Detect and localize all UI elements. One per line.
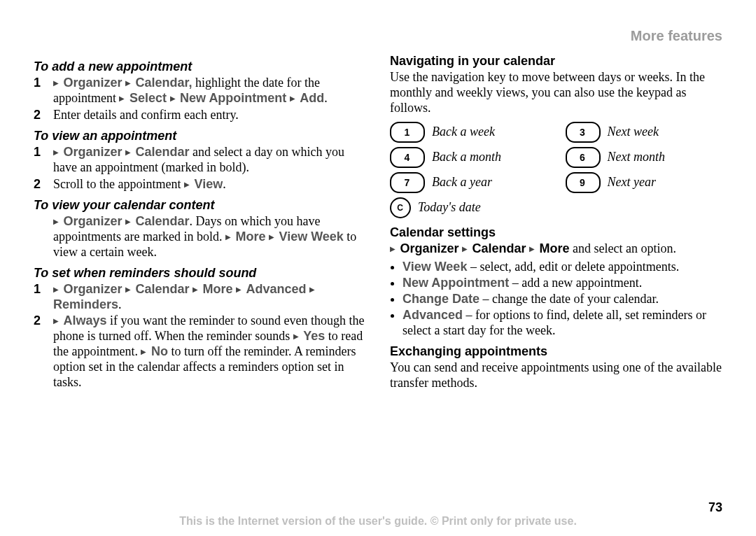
- step: Scroll to the appointment View.: [53, 177, 366, 192]
- keycap-icon: 7: [390, 172, 425, 193]
- menu-arrow-icon: [53, 214, 60, 228]
- menu-arrow-icon: [119, 91, 126, 105]
- menu-item: More: [540, 241, 570, 255]
- menu-arrow-icon: [125, 145, 132, 159]
- menu-arrow-icon: [125, 282, 132, 296]
- heading-add-appointment: To add a new appointment: [34, 59, 366, 74]
- paragraph-settings-lead: Organizer Calendar More and select an op…: [390, 241, 722, 257]
- settings-option: Change Date – change the date of your ca…: [402, 292, 722, 307]
- menu-item: Yes: [303, 329, 325, 343]
- menu-arrow-icon: [390, 241, 397, 255]
- heading-reminders: To set when reminders should sound: [34, 266, 366, 281]
- menu-arrow-icon: [290, 91, 297, 105]
- settings-option-list: View Week – select, add, edit or delete …: [390, 260, 722, 339]
- paragraph-navigation: Use the navigation key to move between d…: [390, 70, 722, 116]
- menu-arrow-icon: [462, 241, 469, 255]
- menu-item: Organizer: [64, 145, 122, 159]
- keypad-shortcut-label: Back a week: [432, 125, 495, 139]
- settings-option-desc: – change the date of your calendar.: [479, 292, 659, 306]
- body-text: Scroll to the appointment: [53, 177, 184, 191]
- keycap-icon: 3: [566, 122, 601, 143]
- menu-arrow-icon: [53, 76, 60, 90]
- menu-arrow-icon: [309, 282, 316, 296]
- settings-option-term: Advanced: [402, 308, 463, 322]
- menu-item: Calendar: [136, 145, 190, 159]
- settings-option: Advanced – for options to find, delete a…: [402, 308, 722, 339]
- keypad-shortcut-label: Back a year: [432, 175, 492, 190]
- menu-arrow-icon: [184, 177, 191, 191]
- menu-item: Select: [130, 91, 167, 105]
- heading-navigating-calendar: Navigating in your calendar: [390, 54, 722, 69]
- body-text: .: [324, 91, 328, 105]
- steps-view-appointment: Organizer Calendar and select a day on w…: [34, 145, 366, 192]
- settings-option: New Appointment – add a new appointment.: [402, 276, 722, 291]
- two-column-body: To add a new appointment Organizer Calen…: [34, 54, 722, 498]
- menu-arrow-icon: [269, 230, 276, 244]
- menu-arrow-icon: [53, 313, 60, 327]
- keypad-shortcut: 1Back a week: [390, 122, 547, 143]
- keypad-shortcut: 3Next week: [566, 122, 723, 143]
- menu-item: More: [203, 282, 233, 296]
- heading-view-calendar-content: To view your calendar content: [34, 198, 366, 213]
- running-head: More features: [34, 28, 722, 44]
- keypad-shortcut: 6Next month: [566, 147, 723, 168]
- menu-item: More: [235, 230, 265, 244]
- keycap-icon: 1: [390, 122, 425, 143]
- footer-disclaimer: This is the Internet version of the user…: [34, 515, 722, 528]
- keypad-shortcut: CToday's date: [390, 197, 547, 218]
- settings-option-term: View Week: [402, 260, 467, 274]
- menu-item: New Appointment: [180, 91, 286, 105]
- settings-option-desc: – add a new appointment.: [509, 276, 642, 290]
- keypad-shortcut-label: Back a month: [432, 150, 501, 164]
- menu-arrow-icon: [125, 76, 132, 90]
- menu-item: Reminders: [53, 297, 118, 311]
- menu-arrow-icon: [125, 214, 132, 228]
- paragraph-calendar-content: Organizer Calendar. Days on which you ha…: [53, 214, 366, 260]
- right-column: Navigating in your calendar Use the navi…: [390, 54, 722, 498]
- menu-item: Organizer: [400, 241, 459, 255]
- menu-arrow-icon: [141, 344, 148, 358]
- keypad-shortcut-label: Today's date: [418, 200, 481, 215]
- menu-arrow-icon: [53, 145, 60, 159]
- menu-item: Organizer: [64, 76, 122, 90]
- steps-reminders: Organizer Calendar More Advanced Reminde…: [34, 282, 366, 391]
- menu-arrow-icon: [293, 329, 300, 343]
- menu-item: Organizer: [64, 214, 122, 228]
- step: Organizer Calendar More Advanced Reminde…: [53, 282, 366, 313]
- menu-item: Always: [64, 313, 107, 327]
- keypad-shortcut: 9Next year: [566, 172, 723, 193]
- menu-arrow-icon: [192, 282, 200, 296]
- keycap-icon: C: [390, 197, 411, 218]
- step: Organizer Calendar, highlight the date f…: [53, 76, 366, 106]
- page-number: 73: [34, 500, 722, 515]
- keycap-icon: 4: [390, 147, 425, 168]
- keycap-icon: 9: [566, 172, 601, 193]
- keypad-shortcut-label: Next year: [608, 175, 656, 190]
- body-text: and select an option.: [570, 241, 676, 255]
- step: Organizer Calendar and select a day on w…: [53, 145, 366, 176]
- heading-calendar-settings: Calendar settings: [390, 225, 722, 240]
- body-text: .: [223, 177, 226, 191]
- keypad-shortcut-label: Next month: [608, 150, 666, 164]
- keycap-icon: 6: [566, 147, 601, 168]
- left-column: To add a new appointment Organizer Calen…: [34, 54, 366, 498]
- settings-option-term: Change Date: [402, 292, 479, 306]
- steps-add-appointment: Organizer Calendar, highlight the date f…: [34, 76, 366, 123]
- step: Always if you want the reminder to sound…: [53, 313, 366, 390]
- settings-option: View Week – select, add, edit or delete …: [402, 260, 722, 275]
- menu-arrow-icon: [529, 241, 536, 255]
- menu-item: View Week: [279, 230, 343, 244]
- keypad-shortcuts: 1Back a week3Next week4Back a month6Next…: [390, 122, 722, 218]
- heading-exchanging-appointments: Exchanging appointments: [390, 344, 722, 359]
- menu-item: Calendar: [136, 214, 190, 228]
- body-text: .: [118, 297, 122, 311]
- menu-arrow-icon: [225, 230, 232, 244]
- menu-arrow-icon: [236, 282, 243, 296]
- menu-item: Calendar: [136, 282, 190, 296]
- menu-item: Add: [300, 91, 324, 105]
- menu-arrow-icon: [170, 91, 177, 105]
- menu-item: No: [151, 344, 168, 358]
- paragraph-exchange: You can send and receive appointments us…: [390, 360, 722, 391]
- heading-view-appointment: To view an appointment: [34, 129, 366, 143]
- menu-item: Organizer: [64, 282, 122, 296]
